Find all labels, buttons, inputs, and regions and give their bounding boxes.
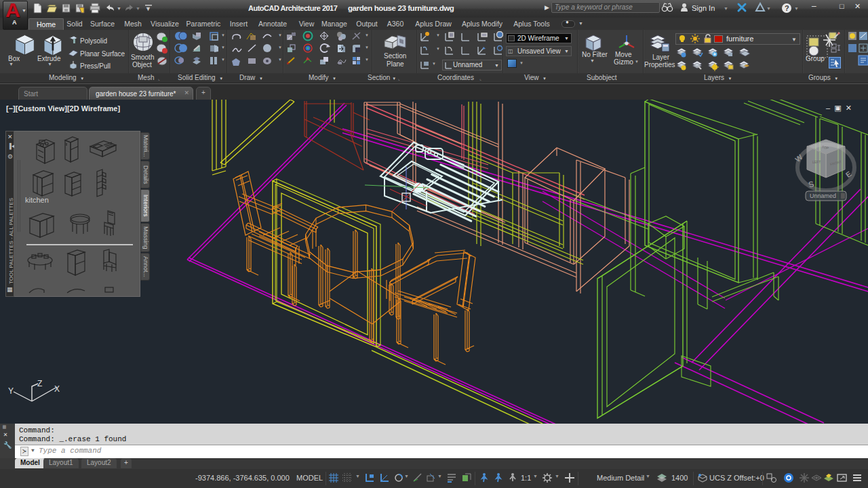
- svg-text:Unnamed: Unnamed: [810, 192, 836, 199]
- svg-text:LEFT: LEFT: [812, 160, 821, 164]
- svg-text:▼: ▼: [724, 6, 728, 11]
- svg-text:Sign In: Sign In: [692, 4, 715, 12]
- svg-text:▼: ▼: [136, 6, 140, 11]
- svg-text:?: ?: [785, 4, 789, 12]
- svg-text:▼: ▼: [766, 6, 771, 11]
- svg-text:Z: Z: [37, 379, 42, 388]
- svg-text:▼: ▼: [145, 5, 151, 12]
- svg-text:X: X: [54, 384, 60, 394]
- svg-text:Y: Y: [8, 386, 14, 396]
- svg-text:▼: ▼: [794, 6, 799, 11]
- svg-text:S: S: [808, 179, 815, 190]
- svg-text:▼: ▼: [117, 6, 121, 11]
